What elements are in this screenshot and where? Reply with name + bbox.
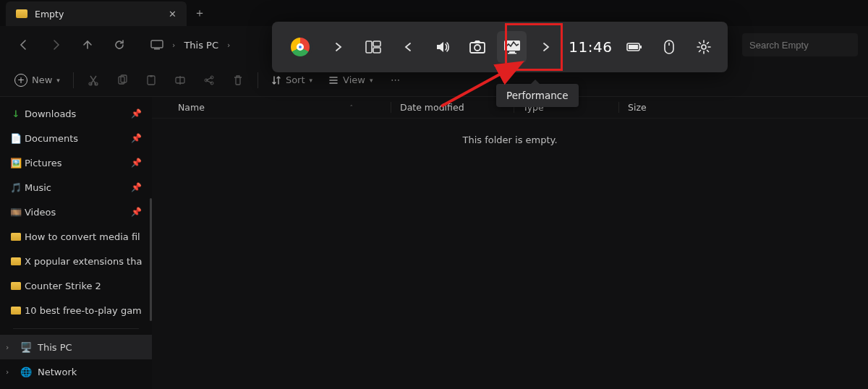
tooltip-text: Performance: [506, 90, 569, 101]
column-size[interactable]: Size: [618, 102, 691, 113]
separator: [73, 72, 74, 88]
overlay-prev-button[interactable]: [393, 31, 423, 63]
sidebar-item-folder[interactable]: 10 best free-to-play gam: [0, 298, 152, 322]
sidebar-item-label: Pictures: [25, 158, 61, 168]
videos-icon: 🎞️: [10, 206, 22, 218]
overlay-more-button[interactable]: [531, 31, 561, 63]
sidebar-item-label: Counter Strike 2: [25, 281, 101, 291]
sort-asc-icon: ˄: [350, 104, 354, 111]
sidebar-item-label: X popular extensions tha: [25, 256, 142, 267]
svg-rect-6: [148, 76, 155, 85]
tab-empty[interactable]: Empty ✕: [6, 1, 187, 26]
rename-button[interactable]: [166, 68, 194, 93]
column-name[interactable]: Name ˄: [152, 102, 391, 113]
cut-button[interactable]: [80, 68, 107, 93]
chevron-down-icon: ▾: [56, 77, 60, 84]
svg-rect-18: [509, 51, 515, 53]
copy-button[interactable]: [109, 68, 136, 93]
sidebar-item-downloads[interactable]: ↓ Downloads 📌: [0, 101, 152, 126]
folder-icon: [10, 304, 22, 316]
chrome-app-button[interactable]: [281, 31, 319, 63]
refresh-button[interactable]: [106, 32, 133, 58]
chevron-right-icon[interactable]: ›: [171, 40, 176, 50]
empty-folder-message: This folder is empty.: [152, 119, 868, 145]
pictures-icon: 🖼️: [10, 157, 22, 168]
pin-icon: 📌: [131, 108, 142, 119]
svg-rect-12: [366, 41, 372, 53]
settings-button[interactable]: [689, 31, 719, 63]
sidebar-item-label: Network: [38, 367, 77, 377]
document-icon: 📄: [10, 132, 22, 144]
widgets-button[interactable]: [358, 31, 388, 63]
chrome-icon: [288, 35, 312, 59]
sidebar-item-label: This PC: [38, 342, 72, 353]
mouse-icon[interactable]: [654, 31, 684, 63]
tab-title: Empty: [35, 9, 161, 20]
column-date[interactable]: Date modified: [391, 102, 514, 113]
chevron-right-icon[interactable]: ›: [6, 343, 9, 352]
paste-button[interactable]: [137, 68, 165, 93]
svg-rect-21: [629, 45, 638, 49]
up-button[interactable]: [74, 32, 101, 58]
sidebar-item-videos[interactable]: 🎞️ Videos 📌: [0, 200, 152, 224]
plus-circle-icon: +: [14, 74, 27, 87]
overlay-next-icon[interactable]: [323, 31, 354, 63]
forward-button[interactable]: [42, 32, 69, 58]
svg-rect-13: [373, 41, 380, 46]
new-button[interactable]: + New ▾: [7, 68, 67, 93]
performance-tooltip: Performance: [496, 84, 579, 107]
file-list-area: Name ˄ Date modified Type Size This fold…: [152, 97, 868, 389]
pin-icon: 📌: [131, 207, 142, 217]
sort-label: Sort: [286, 74, 305, 85]
sidebar-item-folder[interactable]: How to convert media fil: [0, 224, 152, 249]
performance-button[interactable]: [497, 31, 527, 63]
sidebar-item-folder[interactable]: X popular extensions tha: [0, 249, 152, 273]
sidebar-item-this-pc[interactable]: › 🖥️ This PC: [0, 335, 152, 359]
delete-button[interactable]: [224, 68, 252, 93]
sidebar-item-label: Downloads: [25, 108, 76, 119]
new-label: New: [32, 74, 52, 85]
navigation-sidebar: ↓ Downloads 📌 📄 Documents 📌 🖼️ Pictures …: [0, 97, 152, 389]
sidebar-item-documents[interactable]: 📄 Documents 📌: [0, 126, 152, 150]
column-label: Name: [178, 102, 205, 113]
battery-icon[interactable]: [619, 31, 650, 63]
share-button[interactable]: [195, 68, 223, 93]
svg-rect-1: [154, 48, 160, 50]
network-icon: 🌐: [20, 366, 32, 377]
folder-icon: [16, 9, 27, 18]
download-icon: ↓: [10, 108, 22, 119]
chevron-right-icon[interactable]: ›: [6, 367, 9, 377]
svg-rect-19: [508, 53, 516, 54]
view-label: View: [343, 74, 365, 85]
scrollbar[interactable]: [150, 198, 152, 321]
folder-icon: [10, 231, 22, 242]
sidebar-item-music[interactable]: 🎵 Music 📌: [0, 175, 152, 200]
folder-icon: [10, 255, 22, 267]
divider: [13, 328, 139, 329]
svg-point-16: [475, 45, 480, 51]
svg-point-25: [702, 45, 706, 49]
svg-rect-0: [151, 40, 163, 48]
back-button[interactable]: [10, 32, 38, 58]
capture-button[interactable]: [462, 31, 493, 63]
sidebar-item-network[interactable]: › 🌐 Network: [0, 359, 152, 384]
svg-rect-7: [150, 75, 153, 77]
sidebar-item-label: Music: [25, 182, 51, 193]
column-label: Date modified: [400, 102, 464, 113]
chevron-right-icon[interactable]: ›: [226, 40, 231, 50]
folder-icon: [10, 280, 22, 291]
chevron-down-icon: ▾: [310, 77, 313, 84]
close-icon[interactable]: ✕: [169, 9, 176, 20]
pc-icon: 🖥️: [20, 341, 32, 353]
address-this-pc[interactable]: This PC: [178, 35, 224, 55]
sidebar-item-pictures[interactable]: 🖼️ Pictures 📌: [0, 150, 152, 175]
address-bar[interactable]: › This PC ›: [145, 35, 231, 55]
sidebar-item-folder[interactable]: Counter Strike 2: [0, 273, 152, 298]
address-root-icon[interactable]: [145, 35, 169, 54]
svg-rect-15: [470, 43, 485, 53]
search-input[interactable]: [742, 33, 858, 56]
new-tab-button[interactable]: ＋: [187, 0, 213, 26]
overlay-bar[interactable]: 11:46: [272, 22, 728, 72]
chevron-down-icon: ▾: [370, 77, 373, 84]
audio-button[interactable]: [427, 31, 458, 63]
